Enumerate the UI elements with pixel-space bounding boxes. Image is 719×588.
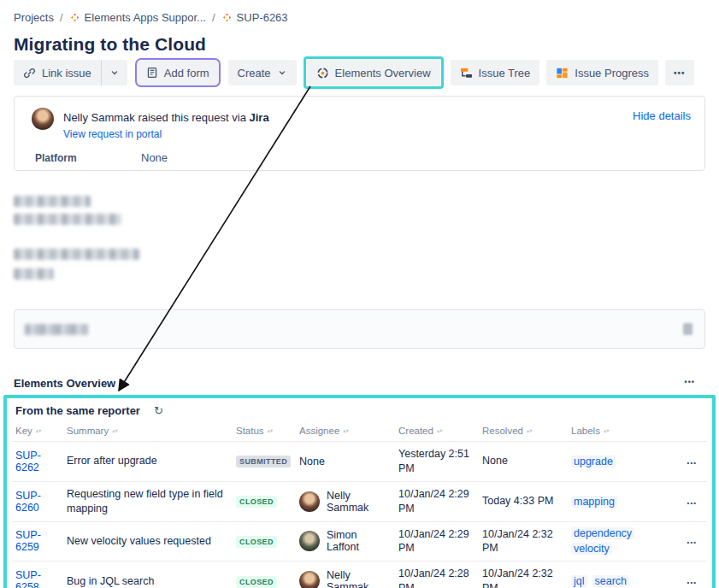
sort-icon: ▴▾: [604, 429, 610, 432]
issue-progress-label: Issue Progress: [575, 67, 649, 79]
jira-issue-page: { "breadcrumb": { "separator": "/", "ite…: [0, 0, 719, 588]
sort-icon: ▴▾: [527, 429, 533, 432]
sort-icon: ▴▾: [437, 429, 443, 432]
column-header-resolved[interactable]: Resolved▴▾: [479, 420, 568, 441]
created-cell: Yesterday 2:51 PM: [395, 442, 479, 481]
assignee-avatar: [299, 491, 320, 512]
table-header: Key▴▾ Summary▴▾ Status▴▾ Assignee▴▾ Crea…: [12, 420, 707, 441]
issue-key-link[interactable]: SUP-6258: [15, 569, 41, 588]
redacted-text: [25, 324, 88, 335]
sort-icon: ▴▾: [343, 429, 349, 432]
issue-key-link[interactable]: SUP-6259: [15, 529, 41, 553]
column-header-assignee[interactable]: Assignee▴▾: [296, 420, 395, 441]
row-more-button[interactable]: •••: [682, 578, 702, 587]
row-more-button[interactable]: •••: [682, 538, 702, 547]
sort-icon: ▴▾: [36, 429, 42, 432]
label-chip[interactable]: velocity: [571, 543, 612, 555]
table-row: SUP-6259 New velocity values requested C…: [12, 521, 707, 562]
elements-overview-label: Elements Overview: [335, 67, 431, 79]
column-header-labels[interactable]: Labels▴▾: [568, 420, 669, 441]
request-details-card: Nelly Sammak raised this request via Jir…: [14, 96, 705, 171]
breadcrumb: Projects / Elements Apps Suppor... / SUP…: [14, 11, 288, 24]
resolved-cell: None: [479, 449, 568, 473]
chevron-down-icon: [109, 68, 120, 78]
table-row: SUP-6258 Bug in JQL search CLOSED Nelly …: [12, 561, 707, 588]
elements-overview-icon: [316, 67, 329, 79]
assignee-avatar: [299, 571, 320, 588]
resolved-cell: Today 4:33 PM: [479, 489, 568, 514]
issue-key-link[interactable]: SUP-6260: [15, 490, 41, 514]
platform-field-value: None: [141, 151, 168, 164]
labels-cell: upgrade: [568, 450, 669, 473]
issue-summary: Bug in JQL search: [63, 569, 233, 588]
label-chip[interactable]: dependency: [571, 527, 634, 539]
link-issue-button-group: Link issue: [14, 60, 127, 85]
add-form-button[interactable]: Add form: [137, 60, 219, 85]
reporter-avatar: [32, 108, 54, 130]
reporter-line: Nelly Sammak raised this request via Jir…: [63, 111, 269, 124]
redacted-text: [14, 249, 139, 260]
status-badge: CLOSED: [236, 536, 277, 548]
issue-key-link[interactable]: SUP-6262: [15, 450, 41, 473]
created-cell: 10/Jan/24 2:29 PM: [395, 482, 479, 521]
redacted-icon: [683, 323, 692, 335]
elements-overview-button[interactable]: Elements Overview: [307, 60, 440, 85]
label-chip[interactable]: jql: [571, 575, 587, 587]
assignee-name: Simon Laffont: [327, 529, 388, 553]
link-issue-label: Link issue: [42, 67, 91, 79]
column-header-created[interactable]: Created▴▾: [395, 420, 479, 441]
column-header-key[interactable]: Key▴▾: [12, 420, 63, 441]
create-label: Create: [238, 67, 271, 79]
label-chip[interactable]: search: [592, 575, 630, 587]
column-header-actions: [669, 426, 707, 436]
assignee-name: Nelly Sammak: [327, 490, 388, 514]
status-badge: SUBMITTED: [236, 456, 291, 467]
panel-title: From the same reporter: [15, 404, 140, 417]
collapsed-activity-box[interactable]: [14, 309, 705, 349]
row-more-button[interactable]: •••: [682, 498, 702, 508]
row-more-button[interactable]: •••: [682, 458, 702, 467]
chevron-down-icon: [277, 68, 287, 78]
created-cell: 10/Jan/24 2:28 PM: [395, 562, 479, 588]
raised-text: raised this request via: [135, 111, 250, 124]
status-badge: CLOSED: [236, 496, 277, 508]
label-chip[interactable]: mapping: [571, 496, 617, 508]
elements-overview-section-title: Elements Overview: [14, 377, 115, 390]
breadcrumb-project[interactable]: Elements Apps Suppor...: [85, 11, 206, 24]
redacted-text: [14, 196, 91, 207]
issue-toolbar: Link issue Add form Create Elements Over…: [14, 56, 694, 89]
table-rows: SUP-6262 Error after upgrade SUBMITTED N…: [12, 441, 707, 588]
project-avatar-icon: [69, 12, 80, 23]
column-header-summary[interactable]: Summary▴▾: [63, 420, 233, 441]
labels-cell: jqlsearch: [568, 570, 669, 588]
link-issue-dropdown-button[interactable]: [101, 60, 127, 85]
resolved-cell: 10/Jan/24 2:32 PM: [479, 562, 568, 588]
label-chip[interactable]: upgrade: [571, 456, 616, 467]
create-button[interactable]: Create: [228, 60, 297, 85]
section-more-button[interactable]: •••: [680, 377, 700, 387]
column-header-status[interactable]: Status▴▾: [233, 420, 296, 441]
refresh-icon[interactable]: ↻: [154, 405, 163, 416]
page-title: Migrating to the Cloud: [14, 34, 206, 55]
assignee-name: None: [299, 456, 325, 467]
issue-summary: Error after upgrade: [63, 449, 233, 473]
toolbar-more-button[interactable]: •••: [665, 60, 694, 85]
redacted-text: [14, 268, 54, 279]
reporter-name: Nelly Sammak: [63, 111, 135, 124]
breadcrumb-issue-key[interactable]: SUP-6263: [237, 11, 288, 24]
annotation-highlight-box: Elements Overview: [304, 56, 444, 89]
link-issue-button[interactable]: Link issue: [14, 60, 101, 85]
issue-tree-label: Issue Tree: [479, 67, 531, 79]
hide-details-link[interactable]: Hide details: [633, 109, 691, 122]
created-cell: 10/Jan/24 2:29 PM: [395, 522, 479, 562]
issue-summary: Requesting new field type in field mappi…: [63, 482, 233, 521]
issue-progress-button[interactable]: Issue Progress: [546, 60, 658, 85]
breadcrumb-separator: /: [212, 11, 215, 24]
issue-progress-icon: [556, 67, 569, 79]
breadcrumb-projects[interactable]: Projects: [14, 11, 54, 24]
platform-field-label: Platform: [35, 152, 77, 164]
elements-overview-panel: From the same reporter ↻ Key▴▾ Summary▴▾…: [3, 395, 716, 588]
issue-tree-button[interactable]: Issue Tree: [451, 60, 540, 85]
issue-summary: New velocity values requested: [63, 529, 233, 554]
view-request-portal-link[interactable]: View request in portal: [63, 128, 162, 140]
